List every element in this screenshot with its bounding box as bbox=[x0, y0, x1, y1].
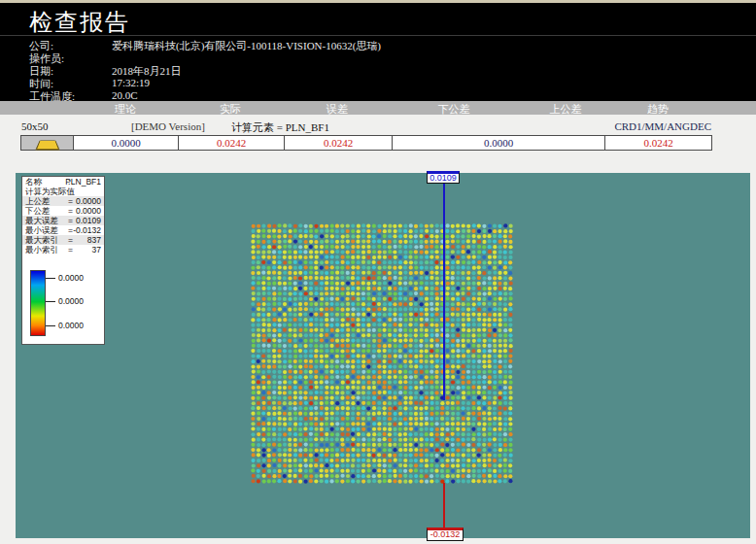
demo-version-label: [DEMO Version] bbox=[131, 120, 205, 132]
scale-tick-middle: 0.0000 bbox=[46, 296, 84, 306]
feature-type-cell[interactable] bbox=[20, 135, 74, 151]
grid-size-label: 50x50 bbox=[21, 120, 49, 132]
col-upper-tol: 上公差 bbox=[550, 102, 582, 117]
computed-element-label: 计算元素 = PLN_BF1 bbox=[231, 120, 329, 135]
legend-row-lower-tol: 下公差 = 0.0000 bbox=[22, 206, 104, 216]
scale-tick-top: 0.0000 bbox=[46, 273, 84, 283]
col-lower-tol: 下公差 bbox=[438, 102, 470, 117]
max-error-pointer-line bbox=[443, 182, 445, 400]
col-error: 误差 bbox=[326, 102, 348, 117]
legend-sep: = bbox=[68, 235, 73, 245]
units-label: CRD1/MM/ANGDEC bbox=[614, 120, 711, 132]
legend-row-mode: 计算为实际值 bbox=[22, 187, 104, 196]
report-header: 检查报告 公司: 爱科腾瑞科技(北京)有限公司-100118-VISION-10… bbox=[0, 3, 756, 101]
legend-value: 0.0109 bbox=[76, 216, 101, 225]
max-error-label[interactable]: 0.0109 bbox=[427, 171, 460, 184]
error-dot-heatmap[interactable] bbox=[251, 223, 513, 484]
legend-value: PLN_BF1 bbox=[65, 177, 101, 187]
col-actual: 实际 bbox=[220, 102, 241, 117]
min-error-pointer-line bbox=[443, 483, 445, 527]
column-header-bar: 理论 实际 误差 下公差 上公差 趋势 bbox=[0, 101, 756, 115]
graphic-analysis-plot[interactable]: 名称 : PLN_BF1 计算为实际值 上公差 = 0.0000 下公差 = 0… bbox=[16, 173, 750, 538]
legend-label: 最小误差 bbox=[25, 225, 58, 235]
title-divider bbox=[0, 35, 756, 36]
field-part-temp-value: 20.0C bbox=[112, 89, 138, 101]
plane-feature-icon bbox=[35, 141, 59, 151]
legend-value: 0.0000 bbox=[76, 206, 101, 216]
legend-label: 最大误差 bbox=[25, 216, 58, 225]
tolerance-value-cell: 0.0000 bbox=[392, 135, 605, 151]
legend-label: 计算为实际值 bbox=[25, 187, 75, 196]
col-theoretical: 理论 bbox=[115, 102, 136, 117]
field-company: 公司: 爱科腾瑞科技(北京)有限公司-100118-VISION-10632(思… bbox=[0, 39, 756, 51]
legend-sep: = bbox=[68, 216, 73, 225]
legend-value: 0.0000 bbox=[76, 196, 101, 206]
legend-label: 下公差 bbox=[25, 206, 51, 216]
legend-sep: = bbox=[68, 245, 73, 255]
legend-value: 837 bbox=[87, 235, 101, 245]
col-trend: 趋势 bbox=[647, 102, 669, 117]
legend-label: 最小索引 bbox=[25, 245, 58, 255]
report-title: 检查报告 bbox=[29, 7, 130, 38]
legend-row-name: 名称 : PLN_BF1 bbox=[22, 177, 104, 187]
legend-row-min-index: 最小索引 = 37 bbox=[22, 245, 104, 255]
trend-value-cell: 0.0242 bbox=[604, 135, 712, 151]
legend-row-upper-tol: 上公差 = 0.0000 bbox=[22, 196, 104, 206]
scale-tick-bottom: 0.0000 bbox=[46, 321, 84, 330]
field-operator: 操作员: bbox=[0, 51, 756, 64]
plot-legend-box[interactable]: 名称 : PLN_BF1 计算为实际值 上公差 = 0.0000 下公差 = 0… bbox=[21, 176, 105, 345]
feature-meta-line: 50x50 [DEMO Version] 计算元素 = PLN_BF1 CRD1… bbox=[0, 120, 756, 134]
color-scale-bar bbox=[30, 270, 46, 336]
legend-label: 上公差 bbox=[25, 196, 51, 206]
legend-label: 最大索引 bbox=[25, 235, 58, 245]
field-time: 时间: 17:32:19 bbox=[0, 77, 756, 89]
error-value-cell: 0.0242 bbox=[284, 135, 393, 151]
legend-value: 37 bbox=[92, 245, 101, 255]
actual-value-cell: 0.0242 bbox=[178, 135, 285, 151]
field-date: 日期: 2018年8月21日 bbox=[0, 64, 756, 77]
min-error-label[interactable]: -0.0132 bbox=[427, 527, 464, 541]
legend-row-min-error: 最小误差 = -0.0132 bbox=[22, 225, 104, 235]
field-time-value: 17:32:19 bbox=[112, 77, 150, 88]
legend-label: 名称 bbox=[25, 177, 42, 187]
legend-row-max-error: 最大误差 = 0.0109 bbox=[22, 216, 104, 225]
legend-sep: = bbox=[68, 196, 73, 206]
theoretical-value-cell: 0.0000 bbox=[73, 135, 179, 151]
legend-sep: = bbox=[68, 206, 73, 216]
legend-row-max-index: 最大索引 = 837 bbox=[22, 235, 104, 245]
legend-value: -0.0132 bbox=[73, 225, 101, 235]
